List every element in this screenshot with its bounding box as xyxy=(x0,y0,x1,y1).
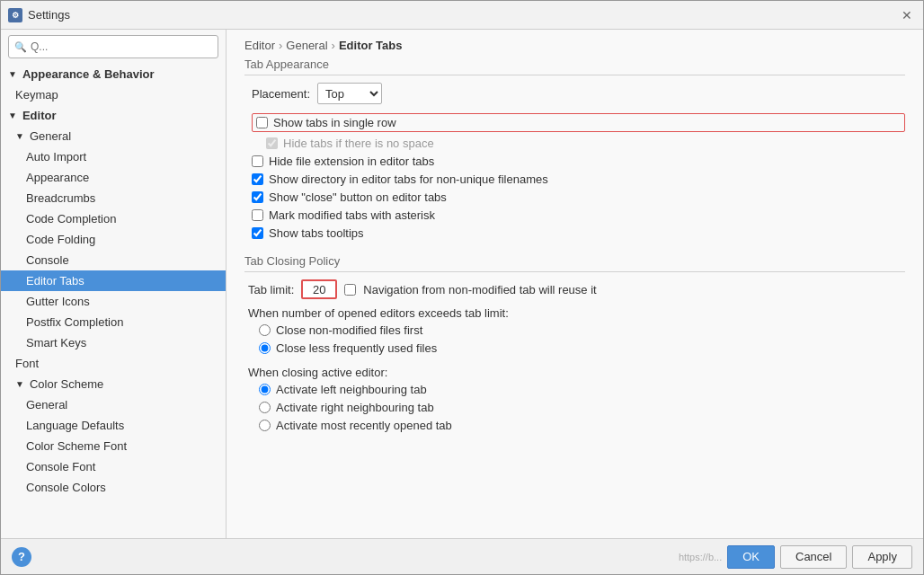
activate-left-row: Activate left neighbouring tab xyxy=(259,383,905,396)
placement-row: Placement: Top Bottom Left Right None xyxy=(252,83,905,104)
close-non-modified-row: Close non-modified files first xyxy=(259,323,905,337)
mark-modified-label[interactable]: Mark modified tabs with asterisk xyxy=(269,208,435,222)
sidebar: 🔍 ▼ Appearance & Behavior Keymap ▼ Edito… xyxy=(1,30,227,538)
activate-recent-row: Activate most recently opened tab xyxy=(259,419,905,432)
settings-icon: ⚙ xyxy=(8,8,22,22)
sidebar-item-color-scheme[interactable]: ▼ Color Scheme xyxy=(1,374,226,394)
sidebar-item-cs-general[interactable]: General xyxy=(1,394,226,415)
sidebar-item-font[interactable]: Font xyxy=(1,353,226,374)
sidebar-item-gutter-icons[interactable]: Gutter Icons xyxy=(1,291,226,312)
activate-left-label[interactable]: Activate left neighbouring tab xyxy=(276,383,427,396)
ok-button[interactable]: OK xyxy=(727,545,775,569)
main-scroll: Tab Appearance Placement: Top Bottom Lef… xyxy=(227,58,923,538)
show-tooltips-checkbox[interactable] xyxy=(252,227,263,239)
activate-right-radio[interactable] xyxy=(259,402,271,413)
help-button[interactable]: ? xyxy=(12,547,31,567)
show-tabs-single-row: Show tabs in single row xyxy=(252,113,905,132)
tab-limit-label: Tab limit: xyxy=(248,283,294,296)
mark-modified-checkbox[interactable] xyxy=(252,209,263,221)
sidebar-item-console-colors[interactable]: Console Colors xyxy=(1,477,226,498)
activate-left-radio[interactable] xyxy=(259,384,271,395)
hide-file-ext-label[interactable]: Hide file extension in editor tabs xyxy=(269,155,434,168)
tab-appearance-section: Tab Appearance Placement: Top Bottom Lef… xyxy=(244,58,905,240)
breadcrumb-sep2: › xyxy=(332,39,335,52)
sidebar-item-postfix-completion[interactable]: Postfix Completion xyxy=(1,312,226,332)
tab-closing-policy-title: Tab Closing Policy xyxy=(244,254,905,272)
sidebar-item-appearance[interactable]: Appearance xyxy=(1,167,226,188)
collapse-arrow: ▼ xyxy=(8,69,17,79)
content-area: 🔍 ▼ Appearance & Behavior Keymap ▼ Edito… xyxy=(1,30,923,538)
hide-file-ext-row: Hide file extension in editor tabs xyxy=(252,155,905,168)
collapse-arrow-color-scheme: ▼ xyxy=(15,379,24,389)
sidebar-item-color-scheme-font[interactable]: Color Scheme Font xyxy=(1,436,226,456)
bottom-right: https://b... OK Cancel Apply xyxy=(679,545,912,569)
settings-window: ⚙ Settings ✕ 🔍 ▼ Appearance & Behavior K… xyxy=(0,0,924,575)
sidebar-item-console-font[interactable]: Console Font xyxy=(1,456,226,477)
show-directory-row: Show directory in editor tabs for non-un… xyxy=(252,172,905,186)
tab-limit-row: Tab limit: Navigation from non-modified … xyxy=(248,279,905,299)
close-less-frequent-label[interactable]: Close less frequently used files xyxy=(276,341,437,355)
breadcrumb-sep1: › xyxy=(279,39,282,52)
window-title: Settings xyxy=(28,8,70,22)
hide-tabs-no-space-row: Hide tabs if there is no space xyxy=(266,137,905,150)
tab-closing-policy-section: Tab Closing Policy Tab limit: Navigation… xyxy=(244,254,905,432)
breadcrumb-current: Editor Tabs xyxy=(339,39,403,52)
sidebar-item-language-defaults[interactable]: Language Defaults xyxy=(1,415,226,436)
collapse-arrow-general: ▼ xyxy=(15,131,24,141)
show-tabs-single-checkbox[interactable] xyxy=(256,117,268,128)
breadcrumb-part1: Editor xyxy=(244,39,275,52)
breadcrumb-part2: General xyxy=(286,39,327,52)
sidebar-item-smart-keys[interactable]: Smart Keys xyxy=(1,332,226,353)
show-close-btn-row: Show "close" button on editor tabs xyxy=(252,190,905,204)
placement-label: Placement: xyxy=(252,87,310,101)
show-directory-label[interactable]: Show directory in editor tabs for non-un… xyxy=(269,172,548,186)
show-close-btn-checkbox[interactable] xyxy=(252,191,263,203)
sidebar-item-editor-tabs[interactable]: Editor Tabs xyxy=(1,270,226,291)
when-closing-label: When closing active editor: xyxy=(248,366,905,379)
close-button[interactable]: ✕ xyxy=(898,6,916,24)
placement-select[interactable]: Top Bottom Left Right None xyxy=(317,83,382,104)
sidebar-item-auto-import[interactable]: Auto Import xyxy=(1,146,226,167)
cancel-button[interactable]: Cancel xyxy=(780,545,847,569)
nav-reuse-label[interactable]: Navigation from non-modified tab will re… xyxy=(363,283,596,296)
sidebar-item-code-completion[interactable]: Code Completion xyxy=(1,208,226,229)
when-exceeds-label: When number of opened editors exceeds ta… xyxy=(248,306,905,320)
title-bar-left: ⚙ Settings xyxy=(8,8,70,22)
show-tooltips-label[interactable]: Show tabs tooltips xyxy=(269,226,364,240)
search-box[interactable]: 🔍 xyxy=(8,35,218,58)
sidebar-item-breadcrumbs[interactable]: Breadcrumbs xyxy=(1,188,226,208)
sidebar-item-appearance-behavior[interactable]: ▼ Appearance & Behavior xyxy=(1,64,226,84)
tab-appearance-title: Tab Appearance xyxy=(244,58,905,75)
search-input[interactable] xyxy=(31,40,212,53)
sidebar-item-console[interactable]: Console xyxy=(1,250,226,270)
sidebar-item-keymap[interactable]: Keymap xyxy=(1,84,226,105)
sidebar-item-general[interactable]: ▼ General xyxy=(1,126,226,146)
title-bar: ⚙ Settings ✕ xyxy=(1,1,923,30)
close-non-modified-radio[interactable] xyxy=(259,324,271,336)
breadcrumb: Editor › General › Editor Tabs xyxy=(227,30,923,58)
activate-right-row: Activate right neighbouring tab xyxy=(259,401,905,414)
show-tabs-single-label[interactable]: Show tabs in single row xyxy=(273,116,396,129)
nav-reuse-checkbox[interactable] xyxy=(344,284,356,296)
mark-modified-row: Mark modified tabs with asterisk xyxy=(252,208,905,222)
show-directory-checkbox[interactable] xyxy=(252,173,263,185)
collapse-arrow-editor: ▼ xyxy=(8,111,17,120)
sidebar-item-code-folding[interactable]: Code Folding xyxy=(1,229,226,250)
close-less-frequent-radio[interactable] xyxy=(259,342,271,354)
activate-right-label[interactable]: Activate right neighbouring tab xyxy=(276,401,434,414)
show-close-btn-label[interactable]: Show "close" button on editor tabs xyxy=(269,190,447,204)
main-content: Editor › General › Editor Tabs Tab Appea… xyxy=(227,30,923,538)
apply-button[interactable]: Apply xyxy=(852,545,912,569)
hide-file-ext-checkbox[interactable] xyxy=(252,155,263,167)
url-hint: https://b... xyxy=(679,552,722,562)
close-non-modified-label[interactable]: Close non-modified files first xyxy=(276,323,422,337)
activate-recent-label[interactable]: Activate most recently opened tab xyxy=(276,419,452,432)
search-icon: 🔍 xyxy=(14,41,27,53)
hide-tabs-label: Hide tabs if there is no space xyxy=(283,137,434,150)
tab-limit-input[interactable] xyxy=(301,279,337,299)
hide-tabs-checkbox[interactable] xyxy=(266,137,278,149)
sidebar-item-editor[interactable]: ▼ Editor xyxy=(1,105,226,126)
activate-recent-radio[interactable] xyxy=(259,420,271,431)
show-tooltips-row: Show tabs tooltips xyxy=(252,226,905,240)
bottom-bar: ? https://b... OK Cancel Apply xyxy=(1,538,923,574)
